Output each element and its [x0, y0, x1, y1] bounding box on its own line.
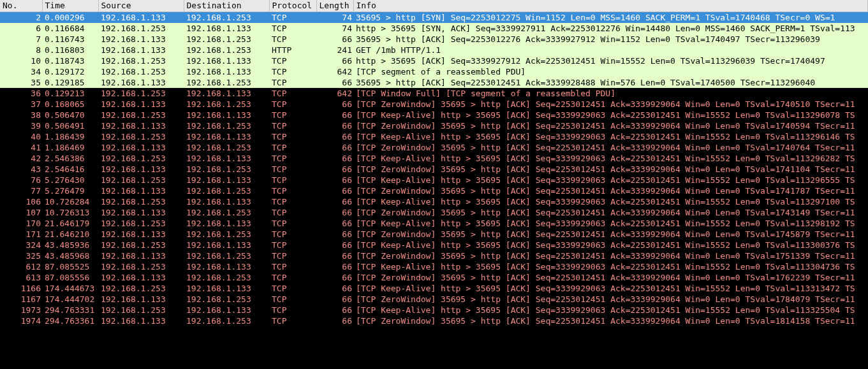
- table-header-row[interactable]: No. Time Source Destination Protocol Len…: [0, 0, 868, 11]
- cell-length: 241: [316, 45, 353, 55]
- cell-info: [TCP Keep-Alive] http > 35695 [ACK] Seq=…: [353, 305, 868, 315]
- table-row[interactable]: 1166174.444673192.168.1.253192.168.1.133…: [0, 283, 868, 294]
- cell-destination: 192.168.1.133: [184, 153, 269, 164]
- column-header-length[interactable]: Length: [316, 0, 353, 11]
- cell-source: 192.168.1.253: [98, 305, 184, 315]
- column-header-protocol[interactable]: Protocol: [269, 0, 316, 11]
- table-row[interactable]: 370.168065192.168.1.133192.168.1.253TCP6…: [0, 99, 868, 110]
- cell-no: 37: [0, 99, 42, 110]
- cell-destination: 192.168.1.133: [184, 240, 269, 250]
- table-row[interactable]: 432.546416192.168.1.133192.168.1.253TCP6…: [0, 164, 868, 175]
- table-row[interactable]: 350.129185192.168.1.133192.168.1.253TCP6…: [0, 77, 868, 88]
- cell-no: 39: [0, 120, 42, 131]
- table-row[interactable]: 10710.726313192.168.1.133192.168.1.253TC…: [0, 207, 868, 218]
- cell-protocol: HTTP: [269, 45, 316, 55]
- cell-no: 106: [0, 196, 42, 207]
- cell-time: 0.116684: [42, 23, 98, 34]
- cell-info: [TCP ZeroWindow] 35695 > http [ACK] Seq=…: [353, 99, 868, 110]
- table-row[interactable]: 61387.085556192.168.1.133192.168.1.253TC…: [0, 272, 868, 283]
- cell-protocol: TCP: [269, 218, 316, 229]
- table-row[interactable]: 32543.485968192.168.1.133192.168.1.253TC…: [0, 250, 868, 261]
- cell-length: 66: [316, 131, 353, 142]
- cell-destination: 192.168.1.253: [184, 34, 269, 45]
- cell-protocol: TCP: [269, 207, 316, 218]
- cell-source: 192.168.1.253: [98, 240, 184, 250]
- cell-no: 10: [0, 55, 42, 66]
- cell-source: 192.168.1.133: [98, 99, 184, 110]
- table-row[interactable]: 60.116684192.168.1.253192.168.1.133TCP74…: [0, 23, 868, 34]
- table-row[interactable]: 765.276430192.168.1.253192.168.1.133TCP6…: [0, 175, 868, 185]
- cell-length: 66: [316, 175, 353, 185]
- table-row[interactable]: 10610.726284192.168.1.253192.168.1.133TC…: [0, 196, 868, 207]
- cell-length: 66: [316, 250, 353, 261]
- table-row[interactable]: 61287.085525192.168.1.253192.168.1.133TC…: [0, 261, 868, 272]
- cell-protocol: TCP: [269, 153, 316, 164]
- cell-length: 66: [316, 305, 353, 315]
- cell-protocol: TCP: [269, 196, 316, 207]
- table-row[interactable]: 340.129172192.168.1.253192.168.1.133TCP6…: [0, 66, 868, 77]
- table-row[interactable]: 32443.485936192.168.1.253192.168.1.133TC…: [0, 240, 868, 250]
- cell-destination: 192.168.1.253: [184, 45, 269, 55]
- cell-protocol: TCP: [269, 175, 316, 185]
- cell-protocol: TCP: [269, 283, 316, 294]
- cell-no: 107: [0, 207, 42, 218]
- cell-length: 66: [316, 240, 353, 250]
- cell-source: 192.168.1.133: [98, 229, 184, 240]
- cell-info: http > 35695 [SYN, ACK] Seq=3339927911 A…: [353, 23, 868, 34]
- table-row[interactable]: 360.129213192.168.1.253192.168.1.133TCP6…: [0, 88, 868, 99]
- cell-no: 1166: [0, 283, 42, 294]
- column-header-time[interactable]: Time: [42, 0, 98, 11]
- table-row[interactable]: 17121.646210192.168.1.133192.168.1.253TC…: [0, 229, 868, 240]
- cell-no: 2: [0, 11, 42, 23]
- table-row[interactable]: 80.116803192.168.1.133192.168.1.253HTTP2…: [0, 45, 868, 55]
- cell-destination: 192.168.1.133: [184, 23, 269, 34]
- cell-time: 5.276430: [42, 175, 98, 185]
- cell-protocol: TCP: [269, 131, 316, 142]
- cell-info: [TCP segment of a reassembled PDU]: [353, 66, 868, 77]
- cell-source: 192.168.1.133: [98, 164, 184, 175]
- table-row[interactable]: 100.118743192.168.1.253192.168.1.133TCP6…: [0, 55, 868, 66]
- cell-source: 192.168.1.133: [98, 207, 184, 218]
- column-header-source[interactable]: Source: [98, 0, 184, 11]
- column-header-info[interactable]: Info: [353, 0, 868, 11]
- packet-table[interactable]: No. Time Source Destination Protocol Len…: [0, 0, 868, 326]
- table-row[interactable]: 401.186439192.168.1.253192.168.1.133TCP6…: [0, 131, 868, 142]
- table-row[interactable]: 17021.646179192.168.1.253192.168.1.133TC…: [0, 218, 868, 229]
- cell-no: 1973: [0, 305, 42, 315]
- cell-length: 66: [316, 55, 353, 66]
- column-header-no[interactable]: No.: [0, 0, 42, 11]
- cell-destination: 192.168.1.133: [184, 66, 269, 77]
- cell-destination: 192.168.1.133: [184, 175, 269, 185]
- cell-source: 192.168.1.133: [98, 185, 184, 196]
- packet-table-body[interactable]: 20.000296192.168.1.133192.168.1.253TCP74…: [0, 11, 868, 326]
- cell-destination: 192.168.1.253: [184, 142, 269, 153]
- table-row[interactable]: 1974294.763361192.168.1.133192.168.1.253…: [0, 315, 868, 326]
- table-row[interactable]: 422.546386192.168.1.253192.168.1.133TCP6…: [0, 153, 868, 164]
- table-row[interactable]: 380.506470192.168.1.253192.168.1.133TCP6…: [0, 110, 868, 120]
- table-row[interactable]: 20.000296192.168.1.133192.168.1.253TCP74…: [0, 11, 868, 23]
- cell-time: 0.129172: [42, 66, 98, 77]
- table-row[interactable]: 70.116743192.168.1.133192.168.1.253TCP66…: [0, 34, 868, 45]
- cell-destination: 192.168.1.133: [184, 55, 269, 66]
- table-row[interactable]: 390.506491192.168.1.133192.168.1.253TCP6…: [0, 120, 868, 131]
- cell-no: 40: [0, 131, 42, 142]
- cell-length: 66: [316, 315, 353, 326]
- cell-length: 66: [316, 120, 353, 131]
- column-header-destination[interactable]: Destination: [184, 0, 269, 11]
- table-row[interactable]: 1167174.444702192.168.1.133192.168.1.253…: [0, 294, 868, 305]
- table-row[interactable]: 775.276479192.168.1.133192.168.1.253TCP6…: [0, 185, 868, 196]
- cell-length: 642: [316, 66, 353, 77]
- cell-protocol: TCP: [269, 77, 316, 88]
- cell-length: 66: [316, 185, 353, 196]
- cell-no: 76: [0, 175, 42, 185]
- table-row[interactable]: 411.186469192.168.1.133192.168.1.253TCP6…: [0, 142, 868, 153]
- table-row[interactable]: 1973294.763331192.168.1.253192.168.1.133…: [0, 305, 868, 315]
- cell-source: 192.168.1.253: [98, 131, 184, 142]
- cell-destination: 192.168.1.253: [184, 164, 269, 175]
- cell-protocol: TCP: [269, 315, 316, 326]
- cell-info: [TCP Keep-Alive] http > 35695 [ACK] Seq=…: [353, 110, 868, 120]
- cell-protocol: TCP: [269, 23, 316, 34]
- cell-protocol: TCP: [269, 185, 316, 196]
- cell-info: [TCP ZeroWindow] 35695 > http [ACK] Seq=…: [353, 207, 868, 218]
- cell-length: 66: [316, 142, 353, 153]
